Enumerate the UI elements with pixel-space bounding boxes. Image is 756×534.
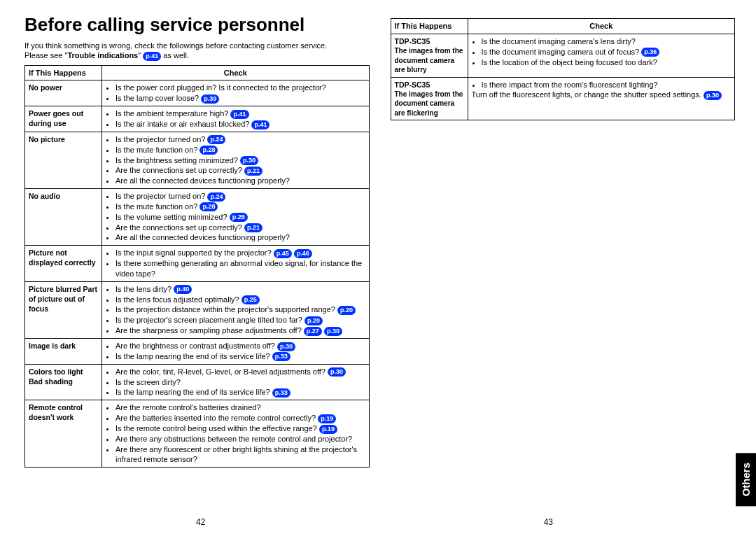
table-row: Picture not displayed correctlyIs the in… [25,246,370,282]
troubleshooting-table-right: If This Happens Check TDP-SC35The images… [391,18,736,120]
check-item: Are the color, tint, R-level, G-level, o… [115,367,365,377]
if-cell: TDP-SC35The images from the document cam… [391,34,468,77]
check-item: Is the volume setting minimized? p.25 [115,212,365,223]
page-title: Before calling service personnel [24,14,370,36]
col-header-if: If This Happens [25,65,102,80]
troubleshooting-table-left: If This Happens Check No powerIs the pow… [24,65,370,468]
check-item: Are the connections set up correctly? p.… [115,165,365,176]
check-item: Is the projector turned on? p.24 [115,134,365,145]
check-item: Turn off the fluorescent lights, or chan… [472,90,732,100]
table-row: Picture blurred Part of picture out of f… [25,281,370,338]
check-item: Are the batteries inserted into the remo… [115,413,365,423]
table-row: No audioIs the projector turned on? p.24… [25,189,370,246]
page-ref-icon: p.45 [274,249,292,258]
check-cell: Is the power cord plugged in? Is it conn… [102,80,370,106]
page-ref-icon: p.27 [304,327,322,336]
check-item: Are the remote control's batteries drain… [115,402,365,413]
page-ref-icon: p.30 [704,91,722,100]
check-cell: Is the input signal supported by the pro… [102,246,370,282]
check-item: Is the projector turned on? p.24 [115,191,365,202]
check-item: Are all the connected devices functionin… [115,176,365,186]
check-item: Is the ambient temperature high? p.41 [115,108,365,119]
if-cell: Remote control doesn't work [25,400,102,468]
check-item: Are there any fluorescent or other brigh… [115,444,365,465]
page-ref-icon: p.20 [337,306,356,315]
page-ref-icon: p.24 [207,192,225,202]
page-ref-icon: p.21 [244,223,262,232]
check-item: Is the projector's screen placement angl… [115,315,365,325]
if-cell: Image is dark [25,339,102,365]
check-cell: Is the ambient temperature high? p.41Is … [102,106,370,132]
check-item: Is the screen dirty? [115,377,365,388]
check-item: Is the lamp nearing the end of its servi… [115,387,365,398]
page-ref-icon: p.41 [230,110,248,119]
page-ref-icon: p.20 [304,316,323,325]
table-row: Colors too light Bad shadingAre the colo… [25,364,370,400]
side-tab-others: Others [736,453,756,506]
intro-line-2: Please see "Trouble indications" p.41 as… [24,51,370,61]
page-ref-icon: p.39 [201,94,219,104]
intro-line-1: If you think something is wrong, check t… [24,41,370,50]
if-cell: Picture not displayed correctly [25,246,102,282]
table-row: Power goes out during useIs the ambient … [25,106,370,132]
page-ref-icon: p.41 [143,52,161,61]
table-row: Image is darkAre the brightness or contr… [25,339,370,365]
check-item: Are all the connected devices functionin… [115,232,365,243]
check-cell: Is the document imaging camera's lens di… [468,34,735,77]
table-row: No powerIs the power cord plugged in? Is… [25,80,370,106]
page-ref-icon: p.25 [230,213,248,222]
check-item: Is the lamp nearing the end of its servi… [115,351,365,362]
right-page: If This Happens Check TDP-SC35The images… [391,14,736,468]
page-ref-icon: p.33 [272,388,290,398]
check-cell: Is there impact from the room's fluoresc… [468,77,735,120]
left-page: Before calling service personnel If you … [24,14,370,468]
check-item: Is the input signal supported by the pro… [115,248,365,258]
if-cell: No picture [25,132,102,188]
if-cell: No power [25,80,102,106]
page-ref-icon: p.30 [328,367,346,377]
page-ref-icon: p.30 [324,327,342,336]
if-cell: Colors too light Bad shading [25,364,102,400]
page-ref-icon: p.33 [272,352,290,361]
check-item: Is the mute function on? p.28 [115,202,365,212]
page-ref-icon: p.19 [319,425,337,434]
check-item: Are there any obstructions between the r… [115,434,365,444]
col-header-check: Check [468,19,735,34]
page-ref-icon: p.40 [174,285,192,294]
page-ref-icon: p.30 [240,156,258,165]
check-item: Is the lens dirty? p.40 [115,284,365,295]
check-cell: Is the projector turned on? p.24Is the m… [102,132,370,188]
check-cell: Is the lens dirty? p.40Is the lens focus… [102,281,370,338]
check-cell: Are the color, tint, R-level, G-level, o… [102,364,370,400]
check-item: Is the lens focus adjusted optimally? p.… [115,295,365,305]
check-item: Is the brightness setting minimized? p.3… [115,155,365,166]
check-item: Are the brightness or contrast adjustmen… [115,341,365,351]
page-ref-icon: p.46 [294,249,312,258]
table-row: Remote control doesn't workAre the remot… [25,400,370,468]
page-ref-icon: p.19 [318,414,336,423]
check-item: Is the document imaging camera out of fo… [482,47,732,57]
if-cell: TDP-SC35The images from the document cam… [391,77,468,120]
check-item: Is the location of the object being focu… [482,57,732,68]
check-item: Is the remote control being used within … [115,423,365,434]
page-ref-icon: p.24 [207,135,225,144]
page-ref-icon: p.25 [241,295,260,304]
check-cell: Is the projector turned on? p.24Is the m… [102,189,370,246]
check-item: Is there impact from the room's fluoresc… [482,80,732,90]
check-item: Is the projection distance within the pr… [115,304,365,315]
col-header-if: If This Happens [391,19,468,34]
check-item: Is there something generating an abnorma… [115,258,365,279]
page-ref-icon: p.36 [641,48,659,57]
check-cell: Are the remote control's batteries drain… [102,400,370,468]
page-ref-icon: p.41 [251,120,270,129]
check-item: Are the connections set up correctly? p.… [115,223,365,233]
col-header-check: Check [102,65,370,80]
table-row: No pictureIs the projector turned on? p.… [25,132,370,188]
check-item: Is the power cord plugged in? Is it conn… [115,83,365,93]
check-item: Is the mute function on? p.28 [115,145,365,155]
check-item: Is the lamp cover loose? p.39 [115,93,365,104]
if-cell: Power goes out during use [25,106,102,132]
check-cell: Are the brightness or contrast adjustmen… [102,339,370,365]
check-item: Is the document imaging camera's lens di… [482,36,732,47]
check-item: Is the air intake or air exhaust blocked… [115,119,365,129]
